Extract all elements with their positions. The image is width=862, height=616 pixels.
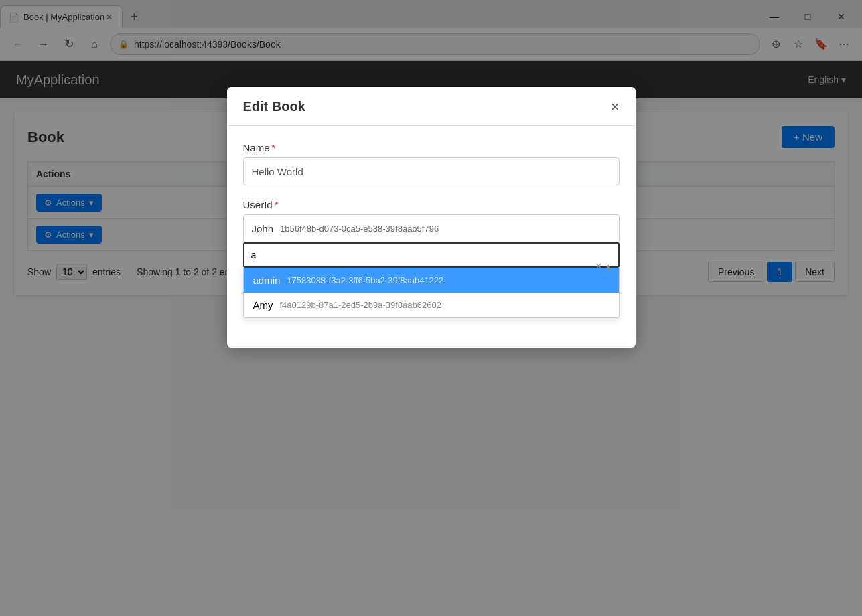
userid-label: UserId* <box>243 199 620 210</box>
modal-title: Edit Book <box>243 99 305 114</box>
user-dropdown-list: admin 17583088-f3a2-3ff6-5ba2-39f8aab412… <box>243 268 620 318</box>
name-form-group: Name* <box>243 142 620 185</box>
modal-body: Name* UserId* John 1b56f48b-d073-0ca5-e5… <box>227 126 636 348</box>
item-id-admin: 17583088-f3a2-3ff6-5ba2-39f8aab41222 <box>287 275 443 285</box>
name-label: Name* <box>243 142 620 153</box>
userid-required: * <box>275 199 279 210</box>
item-name-amy: Amy <box>253 299 273 311</box>
userid-select-display[interactable]: John 1b56f48b-d073-0ca5-e538-39f8aab5f79… <box>243 214 620 242</box>
userid-select-container: John 1b56f48b-d073-0ca5-e538-39f8aab5f79… <box>243 214 620 318</box>
name-input[interactable] <box>243 157 620 185</box>
select-clear-btn[interactable]: × <box>595 260 601 273</box>
edit-book-modal: Edit Book × Name* UserId* John 1b56f48b- <box>227 87 636 348</box>
dropdown-item-amy[interactable]: Amy f4a0129b-87a1-2ed5-2b9a-39f8aab62602 <box>244 293 619 317</box>
item-id-amy: f4a0129b-87a1-2ed5-2b9a-39f8aab62602 <box>280 300 441 310</box>
dropdown-item-admin[interactable]: admin 17583088-f3a2-3ff6-5ba2-39f8aab412… <box>244 268 619 293</box>
select-arrow-icon: ▲ <box>605 262 613 271</box>
user-search-input[interactable] <box>243 242 620 268</box>
modal-close-btn[interactable]: × <box>611 100 620 114</box>
name-required: * <box>272 142 276 153</box>
item-name-admin: admin <box>253 275 281 286</box>
selected-user-id: 1b56f48b-d073-0ca5-e538-39f8aab5f796 <box>280 224 439 234</box>
modal-header: Edit Book × <box>227 87 636 126</box>
modal-overlay[interactable]: Edit Book × Name* UserId* John 1b56f48b- <box>0 0 862 616</box>
userid-form-group: UserId* John 1b56f48b-d073-0ca5-e538-39f… <box>243 199 620 318</box>
selected-user-name: John <box>252 223 274 234</box>
